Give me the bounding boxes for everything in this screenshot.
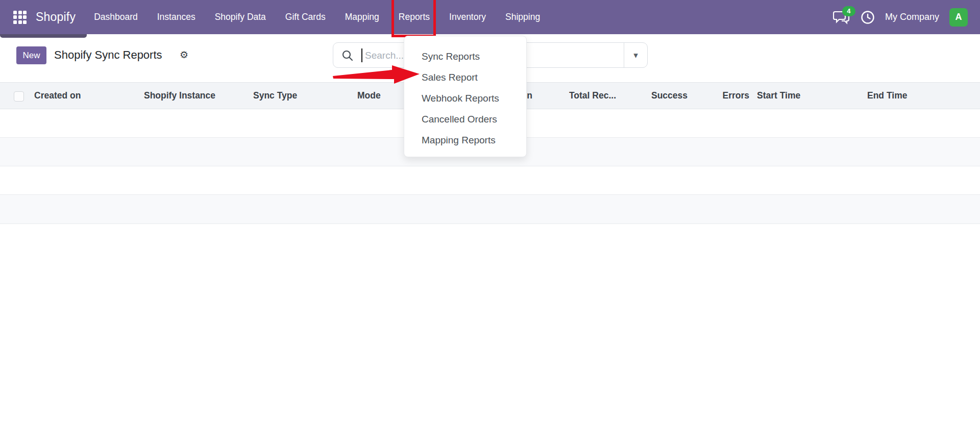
shopify-sync-reports-screen: Shopify Dashboard Instances Shopify Data…	[0, 0, 980, 448]
navbar-right-cluster: 4 My Company A	[833, 0, 968, 34]
column-errors[interactable]: Errors	[722, 90, 749, 101]
menu-item-mapping[interactable]: Mapping	[345, 10, 379, 24]
menu-item-cancelled-orders[interactable]: Cancelled Orders	[404, 109, 526, 130]
table-row	[0, 195, 980, 224]
column-start-time[interactable]: Start Time	[757, 90, 800, 101]
company-switcher[interactable]: My Company	[885, 12, 939, 22]
menu-item-inventory[interactable]: Inventory	[449, 10, 486, 24]
menu-item-sales-report[interactable]: Sales Report	[404, 67, 526, 88]
menu-item-shopify-data[interactable]: Shopify Data	[215, 10, 266, 24]
search-options-toggle[interactable]: ▾	[624, 43, 647, 67]
gear-icon[interactable]: ⚙	[180, 49, 188, 61]
text-cursor	[361, 48, 362, 62]
user-avatar[interactable]: A	[949, 8, 968, 27]
column-mode[interactable]: Mode	[357, 90, 381, 101]
menu-item-reports-label: Reports	[399, 12, 430, 22]
messages-icon[interactable]: 4	[833, 10, 850, 25]
caret-down-icon: ▾	[633, 50, 638, 61]
column-total-records[interactable]: Total Rec...	[569, 90, 616, 101]
activities-clock-icon[interactable]	[861, 10, 875, 24]
search-icon	[341, 49, 354, 62]
menu-item-shipping[interactable]: Shipping	[505, 10, 540, 24]
new-button[interactable]: New	[16, 46, 46, 64]
column-end-time[interactable]: End Time	[867, 90, 907, 101]
menu-item-webhook-reports[interactable]: Webhook Reports	[404, 88, 526, 109]
column-shopify-instance[interactable]: Shopify Instance	[144, 90, 215, 101]
column-created-on[interactable]: Created on	[34, 90, 81, 101]
top-navbar: Shopify Dashboard Instances Shopify Data…	[0, 0, 980, 34]
menu-item-mapping-reports[interactable]: Mapping Reports	[404, 130, 526, 151]
column-success[interactable]: Success	[651, 90, 688, 101]
menu-item-sync-reports[interactable]: Sync Reports	[404, 46, 526, 67]
menu-item-dashboard[interactable]: Dashboard	[94, 10, 138, 24]
apps-grid-icon[interactable]	[13, 11, 27, 24]
table-row	[0, 166, 980, 195]
messages-count-badge: 4	[842, 6, 855, 16]
menu-item-instances[interactable]: Instances	[157, 10, 195, 24]
column-sync-type[interactable]: Sync Type	[253, 90, 297, 101]
select-all-checkbox[interactable]	[14, 91, 24, 102]
menu-item-gift-cards[interactable]: Gift Cards	[285, 10, 326, 24]
menu-item-reports[interactable]: Reports	[399, 10, 430, 24]
loading-indicator-bar	[0, 34, 87, 38]
main-menu: Dashboard Instances Shopify Data Gift Ca…	[94, 10, 540, 24]
app-brand[interactable]: Shopify	[36, 10, 76, 24]
page-title: Shopify Sync Reports	[54, 48, 162, 62]
reports-dropdown-menu: Sync Reports Sales Report Webhook Report…	[404, 36, 527, 157]
